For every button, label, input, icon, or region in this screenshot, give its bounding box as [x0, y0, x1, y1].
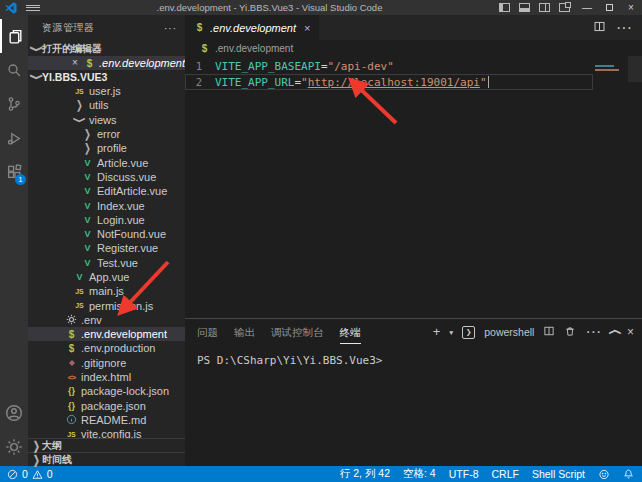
split-editor-icon[interactable] — [593, 19, 606, 37]
panel-more-actions-icon[interactable]: ··· — [585, 323, 601, 341]
tree-item-package-lock.json[interactable]: {}package-lock.json — [28, 384, 185, 398]
tree-item-Index.vue[interactable]: VIndex.vue — [28, 198, 185, 212]
file-label: profile — [97, 142, 127, 154]
problems-status[interactable]: 0 0 — [7, 468, 53, 480]
code-editor[interactable]: 1 VITE_APP_BASEAPI="/api-dev" 2 VITE_APP… — [185, 56, 642, 318]
tab-output[interactable]: 输出 — [234, 321, 255, 343]
tree-item-EditArticle.vue[interactable]: VEditArticle.vue — [28, 184, 185, 198]
close-tab-icon[interactable]: × — [304, 22, 310, 34]
code-line-1[interactable]: 1 VITE_APP_BASEAPI="/api-dev" — [185, 58, 593, 74]
open-editors-section[interactable]: ❯ 打开的编辑器 — [28, 41, 185, 56]
maximize-button[interactable] — [598, 2, 620, 13]
maximize-panel-icon[interactable]: ❯ — [608, 329, 621, 336]
file-label: package-lock.json — [81, 385, 169, 397]
language-mode[interactable]: Shell Script — [532, 468, 585, 480]
tree-item-Test.vue[interactable]: VTest.vue — [28, 256, 185, 270]
file-label: error — [97, 128, 120, 140]
tree-item-Discuss.vue[interactable]: VDiscuss.vue — [28, 170, 185, 184]
terminal-dropdown-icon[interactable]: ▾ — [449, 328, 453, 336]
tree-folder-utils[interactable]: ❯utils — [28, 98, 185, 112]
extensions-icon[interactable]: 1 — [0, 155, 28, 189]
feedback-icon[interactable] — [598, 469, 610, 480]
split-terminal-icon[interactable] — [543, 323, 555, 341]
tree-item-App.vue[interactable]: VApp.vue — [28, 270, 185, 284]
url-link[interactable]: http://localhost:19001/api — [308, 76, 480, 89]
toggle-sidebar-icon[interactable] — [499, 3, 510, 12]
chevron-right-icon: ❯ — [83, 128, 93, 141]
file-label: NotFound.vue — [97, 228, 166, 240]
minimap[interactable] — [593, 56, 628, 318]
tree-item-vite.config.js[interactable]: JSvite.config.js — [28, 427, 185, 438]
indentation[interactable]: 空格: 4 — [403, 467, 436, 481]
kill-terminal-icon[interactable] — [564, 323, 576, 341]
close-button[interactable]: × — [620, 2, 642, 13]
vue-icon: V — [82, 171, 93, 182]
eol-sequence[interactable]: CRLF — [491, 468, 518, 480]
tree-item-permission.js[interactable]: JSpermission.js — [28, 298, 185, 312]
vue-icon: V — [82, 243, 93, 254]
new-terminal-icon[interactable]: + — [433, 327, 441, 337]
explorer-title: 资源管理器 — [42, 21, 95, 35]
file-label: permission.js — [89, 300, 153, 312]
run-debug-icon[interactable] — [0, 121, 28, 155]
tree-item-.env.production[interactable]: $.env.production — [28, 341, 185, 355]
tree-item-.env.development[interactable]: $.env.development — [28, 327, 185, 341]
tree-item-package.json[interactable]: {}package.json — [28, 399, 185, 413]
terminal-output[interactable]: PS D:\CSharp\Yi\Yi.BBS.Vue3> — [185, 345, 642, 466]
source-control-icon[interactable] — [0, 87, 28, 121]
editor-more-actions-icon[interactable]: ··· — [616, 19, 632, 37]
close-icon[interactable]: × — [72, 56, 78, 70]
tree-folder-views[interactable]: ❯views — [28, 113, 185, 127]
terminal-prompt: PS D:\CSharp\Yi\Yi.BBS.Vue3> — [197, 354, 382, 367]
open-editor-item[interactable]: × $ .env.development — [28, 56, 185, 70]
tree-item-user.js[interactable]: JSuser.js — [28, 84, 185, 98]
code-line-2[interactable]: 2 VITE_APP_URL="http://localhost:19001/a… — [185, 74, 593, 90]
tree-folder-profile[interactable]: ❯profile — [28, 141, 185, 155]
tab-debug-console[interactable]: 调试控制台 — [271, 321, 324, 343]
tree-item-Article.vue[interactable]: VArticle.vue — [28, 155, 185, 169]
file-tree: JSuser.js❯utils❯views❯error❯profileVArti… — [28, 84, 185, 438]
tree-item-.env[interactable]: .env — [28, 313, 185, 327]
file-label: App.vue — [89, 271, 129, 283]
file-label: views — [89, 114, 117, 126]
tree-item-Register.vue[interactable]: VRegister.vue — [28, 241, 185, 255]
line-number: 1 — [185, 60, 215, 72]
tree-item-Login.vue[interactable]: VLogin.vue — [28, 213, 185, 227]
open-editor-label: .env.development — [99, 57, 185, 69]
outline-section[interactable]: ❯ 大纲 — [28, 438, 185, 452]
tree-item-NotFound.vue[interactable]: VNotFound.vue — [28, 227, 185, 241]
account-icon[interactable] — [0, 396, 28, 430]
settings-gear-icon[interactable] — [0, 430, 28, 464]
timeline-section[interactable]: ❯ 时间线 — [28, 452, 185, 466]
notifications-bell-icon[interactable] — [623, 468, 634, 480]
tab-problems[interactable]: 问题 — [197, 321, 218, 343]
extensions-badge: 1 — [15, 174, 26, 185]
breadcrumb-file[interactable]: .env.development — [215, 43, 293, 54]
workspace-root[interactable]: ❯ YI.BBS.VUE3 — [28, 70, 185, 84]
tree-item-main.js[interactable]: JSmain.js — [28, 284, 185, 298]
shell-selector[interactable]: powershell — [484, 326, 534, 338]
menu-icon[interactable] — [26, 3, 40, 13]
tab-env-development[interactable]: $ .env.development × — [185, 15, 319, 40]
file-label: Index.vue — [97, 200, 145, 212]
vue-icon: V — [82, 200, 93, 211]
toggle-secondary-sidebar-icon[interactable] — [539, 3, 550, 12]
tree-item-.gitignore[interactable]: .gitignore — [28, 356, 185, 370]
scrollbar[interactable] — [628, 56, 642, 82]
customize-layout-icon[interactable] — [559, 3, 570, 12]
search-icon[interactable] — [0, 53, 28, 87]
terminal-type-icon[interactable]: ❯ — [462, 326, 475, 339]
tree-item-index.html[interactable]: <>index.html — [28, 370, 185, 384]
close-panel-icon[interactable]: × — [627, 325, 634, 339]
tab-terminal[interactable]: 终端 — [340, 321, 361, 344]
breadcrumb[interactable]: $ .env.development — [185, 40, 642, 56]
encoding[interactable]: UTF-8 — [449, 468, 479, 480]
chevron-right-icon: ❯ — [32, 439, 42, 452]
more-actions-icon[interactable]: ··· — [164, 23, 177, 34]
toggle-panel-icon[interactable] — [519, 3, 530, 12]
tree-folder-error[interactable]: ❯error — [28, 127, 185, 141]
minimize-button[interactable]: — — [576, 2, 598, 13]
explorer-icon[interactable] — [0, 19, 28, 53]
cursor-position[interactable]: 行 2, 列 42 — [340, 467, 390, 481]
tree-item-README.md[interactable]: README.md — [28, 413, 185, 427]
